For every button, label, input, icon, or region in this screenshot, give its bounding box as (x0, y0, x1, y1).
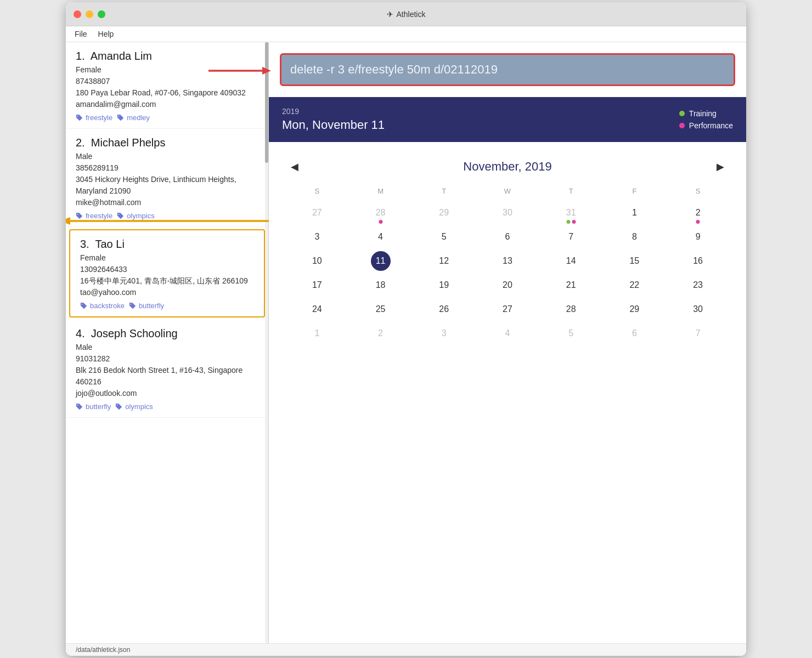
cal-cell-5-6: 7 (666, 321, 730, 345)
cal-day-4-2[interactable]: 26 (434, 299, 454, 319)
cal-day-0-4[interactable]: 31 (561, 203, 581, 223)
cal-day-2-2[interactable]: 12 (434, 251, 454, 271)
cal-cell-0-3: 30 (476, 201, 539, 225)
menubar: File Help (66, 26, 746, 42)
cal-day-3-1[interactable]: 18 (371, 275, 391, 295)
day-header-s2: S (666, 184, 730, 201)
cal-cell-5-0: 1 (285, 321, 349, 345)
person-card-3[interactable]: 3. Tao Li Female 13092646433 16号楼中单元401,… (69, 229, 265, 317)
cal-day-3-3[interactable]: 20 (498, 275, 517, 295)
person-card-1[interactable]: 1. Amanda Lim Female 87438807 180 Paya L… (66, 42, 268, 129)
cal-day-5-2[interactable]: 3 (434, 324, 454, 343)
person-3-gender: Female (80, 252, 254, 264)
titlebar: ✈ Athletick (66, 2, 746, 26)
cal-day-1-3[interactable]: 6 (498, 227, 517, 247)
cal-cell-4-5: 29 (603, 297, 667, 321)
cal-dots-0-1 (379, 220, 382, 224)
cal-day-0-6[interactable]: 2 (688, 203, 708, 223)
cal-day-5-5[interactable]: 6 (624, 324, 644, 343)
cal-day-3-6[interactable]: 23 (688, 275, 708, 295)
cal-cell-5-4: 5 (539, 321, 603, 345)
day-header-t1: T (412, 184, 476, 201)
next-month-button[interactable]: ▶ (711, 158, 730, 175)
cal-day-0-5[interactable]: 1 (624, 203, 644, 223)
tag-icon (76, 403, 83, 411)
cal-day-2-5[interactable]: 15 (624, 251, 644, 271)
cal-day-3-5[interactable]: 22 (624, 275, 644, 295)
person-3-address: 16号楼中单元401, 青岛市-城阳区, 山东省 266109 (80, 275, 254, 287)
person-1-email: amandalim@gmail.com (76, 99, 258, 110)
scrollbar-track (265, 42, 268, 643)
cal-day-2-0[interactable]: 10 (307, 251, 327, 271)
scrollbar-thumb[interactable] (265, 42, 268, 163)
tag-icon (115, 403, 123, 411)
cal-day-1-0[interactable]: 3 (307, 227, 327, 247)
cal-legend: Training Performance (679, 109, 733, 130)
minimize-button[interactable] (86, 10, 93, 18)
cal-day-4-6[interactable]: 30 (688, 299, 708, 319)
dot-pink (379, 220, 382, 224)
cal-cell-5-5: 6 (603, 321, 667, 345)
cal-cell-0-4: 31 (539, 201, 603, 225)
cal-day-2-6[interactable]: 16 (688, 251, 708, 271)
cal-day-3-0[interactable]: 17 (307, 275, 327, 295)
cal-day-2-3[interactable]: 13 (498, 251, 517, 271)
calendar-week-4: 24252627282930 (285, 297, 730, 321)
person-3-tag-0[interactable]: backstroke (80, 302, 125, 310)
cal-cell-3-0: 17 (285, 273, 349, 297)
cal-day-0-0[interactable]: 27 (307, 203, 327, 223)
person-4-tag-0[interactable]: butterfly (76, 402, 111, 411)
cal-cell-4-4: 28 (539, 297, 603, 321)
traffic-lights (74, 10, 105, 18)
person-4-tag-1[interactable]: olympics (115, 402, 153, 411)
calendar-grid: S M T W T F S 27282930311234567891011121… (285, 184, 730, 345)
person-1-tag-0[interactable]: freestyle (76, 114, 112, 122)
status-path: /data/athletick.json (76, 646, 130, 654)
cal-day-0-1[interactable]: 28 (371, 203, 391, 223)
cal-cell-2-5: 15 (603, 249, 667, 273)
cal-day-4-5[interactable]: 29 (624, 299, 644, 319)
cal-day-5-1[interactable]: 2 (371, 324, 391, 343)
cal-cell-3-5: 22 (603, 273, 667, 297)
cal-date-section: 2019 Mon, November 11 (282, 107, 385, 132)
cal-day-3-2[interactable]: 19 (434, 275, 454, 295)
cal-day-0-2[interactable]: 29 (434, 203, 454, 223)
cal-cell-1-6: 9 (666, 225, 730, 249)
cal-day-0-3[interactable]: 30 (498, 203, 517, 223)
cal-day-1-2[interactable]: 5 (434, 227, 454, 247)
person-card-4[interactable]: 4. Joseph Schooling Male 91031282 Blk 21… (66, 320, 268, 418)
cal-day-1-4[interactable]: 7 (561, 227, 581, 247)
cal-day-5-0[interactable]: 1 (307, 324, 327, 343)
person-1-tag-1[interactable]: medley (117, 114, 150, 122)
prev-month-button[interactable]: ◀ (285, 158, 304, 175)
cal-day-1-1[interactable]: 4 (371, 227, 391, 247)
person-3-tag-1[interactable]: butterfly (129, 302, 164, 310)
day-header-m: M (349, 184, 413, 201)
menu-file[interactable]: File (75, 30, 87, 38)
calendar-week-0: 272829303112 (285, 201, 730, 225)
menu-help[interactable]: Help (98, 30, 114, 38)
legend-training: Training (679, 109, 733, 118)
close-button[interactable] (74, 10, 81, 18)
svg-marker-5 (66, 217, 70, 225)
command-input[interactable] (290, 63, 725, 77)
cal-day-3-4[interactable]: 21 (561, 275, 581, 295)
cal-day-5-4[interactable]: 5 (561, 324, 581, 343)
cal-day-4-1[interactable]: 25 (371, 299, 391, 319)
cal-month-title: November, 2019 (463, 160, 551, 174)
cal-day-4-3[interactable]: 27 (498, 299, 517, 319)
cal-day-4-4[interactable]: 28 (561, 299, 581, 319)
cal-day-2-4[interactable]: 14 (561, 251, 581, 271)
calendar-week-1: 3456789 (285, 225, 730, 249)
cal-day-2-1[interactable]: 11 (371, 251, 391, 271)
training-dot (679, 111, 685, 116)
maximize-button[interactable] (98, 10, 105, 18)
cal-day-1-6[interactable]: 9 (688, 227, 708, 247)
cal-cell-1-5: 8 (603, 225, 667, 249)
svg-marker-3 (262, 67, 271, 75)
cal-day-4-0[interactable]: 24 (307, 299, 327, 319)
cal-day-1-5[interactable]: 8 (624, 227, 644, 247)
person-card-2[interactable]: 2. Michael Phelps Male 3856289119 3045 H… (66, 129, 268, 227)
cal-day-5-3[interactable]: 4 (498, 324, 517, 343)
cal-day-5-6[interactable]: 7 (688, 324, 708, 343)
